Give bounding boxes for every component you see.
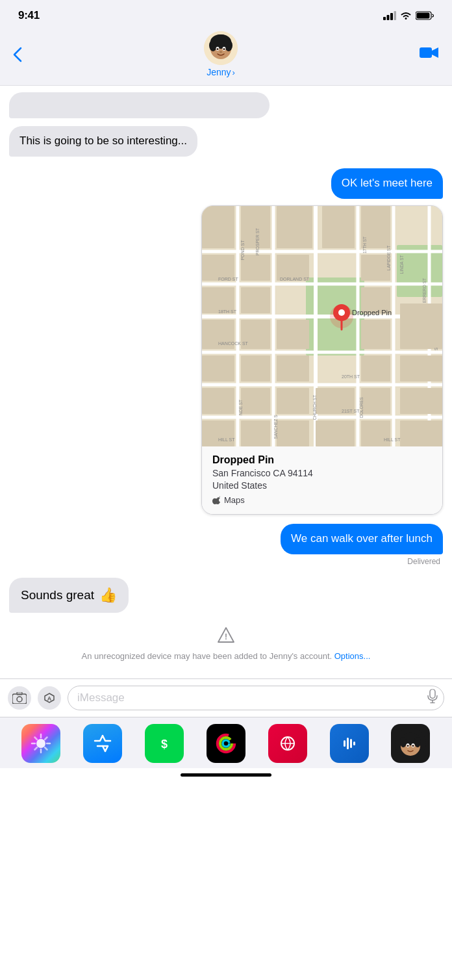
chat-area: This is going to be so interesting... OK…	[0, 86, 452, 678]
message-bubble-partial	[9, 92, 270, 118]
avatar	[204, 31, 238, 65]
message-input-wrap: iMessage	[68, 686, 444, 710]
dock-fitness[interactable]	[207, 724, 245, 763]
svg-text:S: S	[434, 347, 438, 350]
svg-rect-55	[361, 355, 390, 381]
svg-rect-115	[347, 738, 349, 749]
svg-text:$: $	[161, 738, 168, 751]
svg-rect-52	[202, 355, 234, 381]
svg-text:DORLAND ST: DORLAND ST	[280, 277, 310, 281]
svg-text:HANCOCK ST: HANCOCK ST	[218, 341, 249, 346]
thumbs-up-emoji: 👍	[99, 587, 117, 604]
dock-cash[interactable]: $	[145, 724, 184, 763]
map-card[interactable]: POND ST PROSPER ST FORD ST DORLAND ST 18…	[201, 205, 443, 515]
apple-icon	[212, 496, 221, 505]
svg-rect-1	[387, 15, 390, 20]
contact-header[interactable]: Jenny ›	[204, 31, 238, 77]
chevron-right-icon: ›	[232, 68, 235, 77]
svg-text:ERRERO ST: ERRERO ST	[422, 278, 427, 303]
apps-button[interactable]: A	[38, 686, 61, 710]
svg-point-12	[213, 34, 229, 45]
svg-point-99	[36, 739, 45, 748]
camera-button[interactable]	[8, 686, 31, 710]
map-image: POND ST PROSPER ST FORD ST DORLAND ST 18…	[202, 206, 442, 446]
status-time: 9:41	[18, 9, 40, 22]
map-pin-title: Dropped Pin	[212, 454, 432, 466]
cash-icon: $	[155, 734, 173, 753]
wifi-icon	[400, 11, 412, 20]
svg-point-93	[17, 697, 22, 702]
svg-text:DOLORES: DOLORES	[359, 396, 364, 417]
svg-text:Dropped Pin: Dropped Pin	[352, 309, 392, 316]
warning-section: ! An unrecognized device may have been a…	[22, 627, 430, 663]
svg-rect-3	[394, 11, 397, 20]
memoji-icon	[395, 728, 426, 759]
svg-point-15	[217, 48, 219, 50]
svg-point-122	[414, 737, 421, 747]
svg-rect-64	[277, 420, 309, 446]
svg-rect-94	[17, 692, 22, 695]
message-group-outgoing-1: OK let's meet here	[9, 168, 443, 515]
fitness-icon	[214, 731, 238, 756]
svg-rect-114	[344, 740, 345, 747]
svg-rect-37	[322, 206, 355, 248]
map-info: Dropped Pin San Francisco CA 94114United…	[202, 446, 442, 514]
svg-point-121	[400, 737, 407, 747]
svg-line-106	[45, 737, 47, 740]
input-placeholder: iMessage	[77, 691, 125, 704]
svg-point-16	[223, 48, 225, 50]
shazam-icon	[340, 734, 359, 753]
svg-rect-63	[241, 420, 270, 446]
dock-translate[interactable]	[268, 724, 307, 763]
message-input[interactable]: iMessage	[68, 686, 444, 710]
svg-rect-65	[316, 420, 355, 446]
svg-point-17	[220, 51, 222, 53]
video-call-button[interactable]	[420, 45, 439, 64]
home-indicator	[0, 768, 452, 786]
svg-text:17TH ST: 17TH ST	[362, 237, 367, 253]
svg-point-89	[338, 309, 345, 316]
appstore-icon	[92, 733, 113, 754]
message-bubble-incoming-2: Sounds great 👍	[9, 578, 129, 613]
svg-text:FORD ST: FORD ST	[218, 277, 238, 281]
dock-shazam[interactable]	[330, 724, 369, 763]
svg-rect-2	[390, 13, 393, 20]
svg-rect-62	[202, 420, 234, 446]
svg-text:HILL ST: HILL ST	[218, 437, 235, 442]
svg-text:SANCHEZ S: SANCHEZ S	[273, 415, 278, 439]
svg-rect-58	[277, 388, 309, 414]
svg-rect-49	[277, 320, 309, 349]
signal-icon	[383, 11, 396, 20]
back-button[interactable]	[13, 47, 22, 62]
svg-point-126	[412, 745, 414, 747]
svg-text:POND ST: POND ST	[240, 240, 245, 261]
svg-rect-53	[241, 355, 270, 381]
svg-rect-45	[241, 287, 270, 313]
svg-rect-116	[350, 739, 352, 748]
photos-icon	[30, 732, 52, 754]
dock-memoji[interactable]	[391, 724, 430, 763]
mic-button[interactable]	[427, 689, 438, 706]
svg-rect-66	[361, 420, 390, 446]
svg-line-105	[45, 747, 47, 750]
svg-text:NOE ST: NOE ST	[238, 400, 243, 415]
svg-point-111	[223, 740, 229, 747]
svg-rect-117	[353, 741, 355, 745]
svg-rect-40	[241, 255, 270, 281]
svg-rect-54	[277, 355, 309, 381]
svg-text:!: !	[225, 632, 227, 641]
svg-text:LAPIDGE ST: LAPIDGE ST	[386, 246, 391, 270]
warning-options-link[interactable]: Options...	[334, 651, 371, 661]
warning-text: An unrecognized device may have been add…	[82, 651, 371, 663]
svg-rect-36	[277, 206, 312, 248]
svg-point-4	[405, 18, 407, 19]
nav-bar: Jenny ›	[0, 26, 452, 86]
dock-photos[interactable]	[21, 724, 60, 763]
contact-name[interactable]: Jenny ›	[207, 67, 235, 77]
svg-text:HILL ST: HILL ST	[384, 437, 401, 442]
dock-appstore[interactable]	[83, 724, 122, 763]
translate-icon	[278, 734, 297, 753]
delivered-status: Delivered	[407, 557, 443, 566]
input-area: A iMessage	[0, 678, 452, 717]
svg-rect-50	[361, 320, 390, 349]
